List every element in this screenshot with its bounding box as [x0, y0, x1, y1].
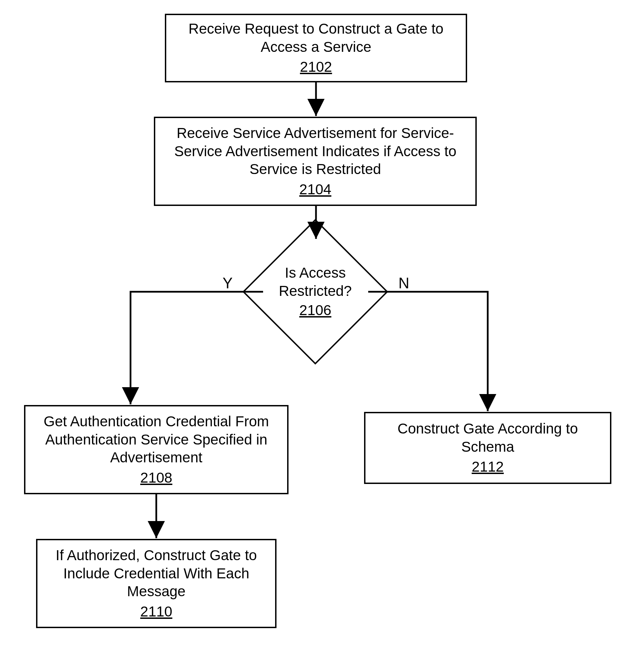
process-box-2108: Get Authentication Credential From Authe…	[24, 405, 289, 494]
diamond-text-wrap: Is Access Restricted? 2106	[264, 240, 367, 343]
diamond-text: Is Access	[285, 264, 346, 282]
box-ref: 2110	[140, 603, 172, 621]
box-ref: 2104	[299, 181, 331, 199]
process-box-2112: Construct Gate According to Schema 2112	[364, 412, 611, 484]
box-text: Authentication Service Specified in	[45, 431, 268, 449]
box-ref: 2108	[140, 469, 172, 487]
decision-diamond-2106: Is Access Restricted? 2106	[264, 240, 367, 343]
box-text: If Authorized, Construct Gate to	[56, 546, 257, 565]
box-text: Include Credential With Each	[63, 565, 249, 583]
diamond-ref: 2106	[299, 301, 331, 320]
box-ref: 2102	[300, 58, 332, 76]
box-text: Service Advertisement Indicates if Acces…	[174, 142, 456, 161]
diamond-text: Restricted?	[279, 282, 352, 300]
box-text: Get Authentication Credential From	[44, 413, 269, 431]
box-text: Schema	[461, 438, 514, 456]
box-ref: 2112	[472, 458, 504, 476]
box-text: Message	[127, 582, 185, 601]
box-text: Service is Restricted	[250, 160, 381, 178]
process-box-2110: If Authorized, Construct Gate to Include…	[36, 539, 276, 628]
box-text: Receive Service Advertisement for Servic…	[177, 124, 454, 142]
edge-label-yes: Y	[223, 275, 233, 292]
process-box-2104: Receive Service Advertisement for Servic…	[154, 117, 477, 206]
box-text: Receive Request to Construct a Gate to	[189, 20, 443, 38]
box-text: Access a Service	[261, 38, 371, 56]
edge-label-no: N	[398, 275, 409, 292]
box-text: Construct Gate According to	[397, 420, 578, 438]
box-text: Advertisement	[110, 449, 202, 467]
process-box-2102: Receive Request to Construct a Gate to A…	[165, 14, 467, 82]
